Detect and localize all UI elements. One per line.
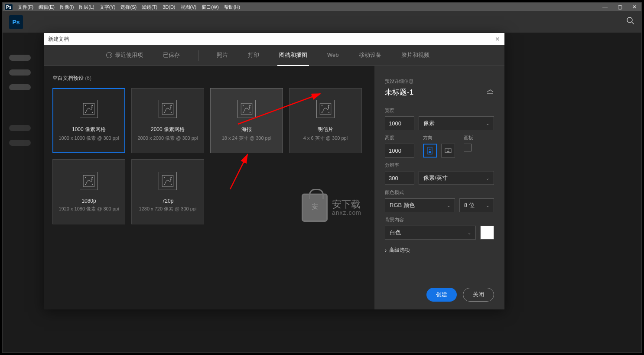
tab-mobile[interactable]: 移动设备 [357, 45, 383, 66]
svg-point-0 [627, 17, 632, 23]
preset-dimensions: 2000 x 2000 像素 @ 300 ppi [138, 135, 198, 141]
chevron-down-icon: ⌄ [447, 203, 450, 208]
preset-card[interactable]: 1000 像素网格1000 x 1000 像素 @ 300 ppi [52, 88, 125, 153]
menu-view[interactable]: 视图(V) [181, 4, 197, 10]
preset-icon [237, 100, 256, 118]
save-preset-icon[interactable] [486, 89, 494, 96]
resolution-unit-label: 像素/英寸 [423, 174, 448, 182]
artboard-checkbox[interactable] [464, 144, 472, 151]
bit-depth-value: 8 位 [464, 201, 475, 209]
search-icon[interactable] [626, 16, 635, 27]
tab-print[interactable]: 打印 [246, 45, 261, 66]
svg-rect-2 [83, 103, 94, 115]
svg-point-6 [92, 112, 93, 113]
chevron-down-icon: ⌄ [486, 121, 489, 126]
svg-point-30 [164, 184, 165, 184]
artboard-label: 画板 [464, 135, 473, 141]
width-unit-label: 像素 [423, 119, 435, 127]
width-label: 宽度 [385, 107, 494, 114]
svg-point-23 [85, 177, 86, 178]
menu-layer[interactable]: 图层(L) [79, 4, 94, 10]
tab-recent[interactable]: 最近使用项 [104, 45, 145, 66]
titlebar: Ps 文件(F) 编辑(E) 图像(I) 图层(L) 文字(Y) 选择(S) 滤… [3, 3, 641, 11]
svg-rect-17 [320, 103, 331, 115]
close-button[interactable]: ✕ [629, 4, 640, 10]
preset-dimensions: 1000 x 1000 像素 @ 300 ppi [59, 135, 119, 141]
svg-point-15 [243, 112, 244, 113]
preset-card[interactable]: 720p1280 x 720 像素 @ 300 ppi [131, 159, 204, 224]
resolution-input[interactable] [385, 171, 414, 185]
color-mode-select[interactable]: RGB 颜色⌄ [385, 198, 455, 212]
document-name-input[interactable]: 未标题-1 [385, 87, 486, 97]
preset-dimensions: 4 x 6 英寸 @ 300 ppi [303, 135, 348, 141]
orientation-portrait-button[interactable] [423, 144, 437, 158]
background-value: 白色 [390, 229, 401, 237]
background-color-swatch[interactable] [480, 226, 494, 240]
preset-dimensions: 1920 x 1080 像素 @ 300 ppi [59, 206, 119, 212]
preset-icon [159, 100, 177, 118]
dialog-close-icon[interactable]: ✕ [495, 36, 500, 43]
advanced-options-toggle[interactable]: › 高级选项 [385, 247, 494, 254]
minimize-button[interactable]: — [600, 4, 610, 10]
chevron-down-icon: ⌄ [486, 203, 489, 208]
tab-art-illustration[interactable]: 图稿和插图 [277, 45, 309, 66]
svg-point-35 [448, 149, 449, 150]
chevron-right-icon: › [385, 247, 387, 253]
app-toolbar: Ps [3, 11, 641, 33]
width-unit-select[interactable]: 像素⌄ [419, 116, 494, 130]
app-icon-small: Ps [4, 4, 13, 10]
preset-card[interactable]: 海报18 x 24 英寸 @ 300 ppi [210, 88, 283, 153]
sidebar-item[interactable] [9, 69, 31, 76]
tab-film-video[interactable]: 胶片和视频 [400, 45, 431, 66]
width-input[interactable] [385, 116, 414, 130]
close-button[interactable]: 关闭 [463, 288, 494, 302]
background-select[interactable]: 白色⌄ [385, 226, 476, 240]
details-header: 预设详细信息 [385, 78, 494, 85]
preset-icon [159, 172, 177, 190]
menu-type[interactable]: 文字(Y) [100, 4, 116, 10]
preset-card[interactable]: 1080p1920 x 1080 像素 @ 300 ppi [52, 159, 125, 224]
dialog-footer: 创建 关闭 [385, 275, 494, 302]
dialog-tabs: 最近使用项 已保存 照片 打印 图稿和插图 Web 移动设备 胶片和视频 [44, 45, 504, 66]
preset-icon [80, 172, 98, 190]
menu-window[interactable]: 窗口(W) [202, 4, 219, 10]
create-button[interactable]: 创建 [426, 288, 457, 302]
tab-web[interactable]: Web [325, 46, 341, 65]
tab-photo[interactable]: 照片 [215, 45, 230, 66]
orientation-landscape-button[interactable] [441, 144, 455, 158]
maximize-button[interactable]: ▢ [615, 4, 625, 10]
height-label: 高度 [385, 135, 414, 141]
preset-card[interactable]: 明信片4 x 6 英寸 @ 300 ppi [289, 88, 362, 153]
menu-edit[interactable]: 编辑(E) [39, 4, 55, 10]
color-mode-value: RGB 颜色 [390, 201, 415, 209]
dialog-title: 新建文档 [48, 36, 69, 43]
resolution-unit-select[interactable]: 像素/英寸⌄ [419, 171, 494, 185]
tab-separator [198, 50, 198, 61]
sidebar-item[interactable] [9, 140, 31, 146]
sidebar-item[interactable] [9, 55, 31, 61]
tab-recent-label: 最近使用项 [115, 51, 143, 59]
menu-help[interactable]: 帮助(H) [224, 4, 240, 10]
svg-point-11 [171, 112, 172, 113]
bit-depth-select[interactable]: 8 位⌄ [459, 198, 494, 212]
tab-saved[interactable]: 已保存 [161, 45, 182, 66]
presets-header-label: 空白文档预设 [52, 75, 84, 81]
svg-point-31 [171, 184, 172, 184]
preset-name: 明信片 [318, 126, 333, 133]
menu-3d[interactable]: 3D(D) [163, 4, 175, 10]
preset-card[interactable]: 2000 像素网格2000 x 2000 像素 @ 300 ppi [131, 88, 204, 153]
sidebar-item[interactable] [9, 84, 31, 90]
svg-point-21 [329, 112, 329, 113]
app-frame: Ps 文件(F) 编辑(E) 图像(I) 图层(L) 文字(Y) 选择(S) 滤… [2, 2, 642, 353]
color-mode-label: 颜色模式 [385, 189, 494, 196]
svg-point-25 [85, 184, 86, 184]
menu-select[interactable]: 选择(S) [120, 4, 137, 10]
orientation-label: 方向 [423, 135, 455, 141]
height-input[interactable] [385, 144, 414, 158]
app-logo[interactable]: Ps [9, 15, 23, 29]
menu-image[interactable]: 图像(I) [60, 4, 74, 10]
sidebar-item[interactable] [9, 125, 31, 131]
menu-file[interactable]: 文件(F) [18, 4, 33, 10]
presets-count: (6) [85, 75, 91, 81]
menu-filter[interactable]: 滤镜(T) [142, 4, 157, 10]
